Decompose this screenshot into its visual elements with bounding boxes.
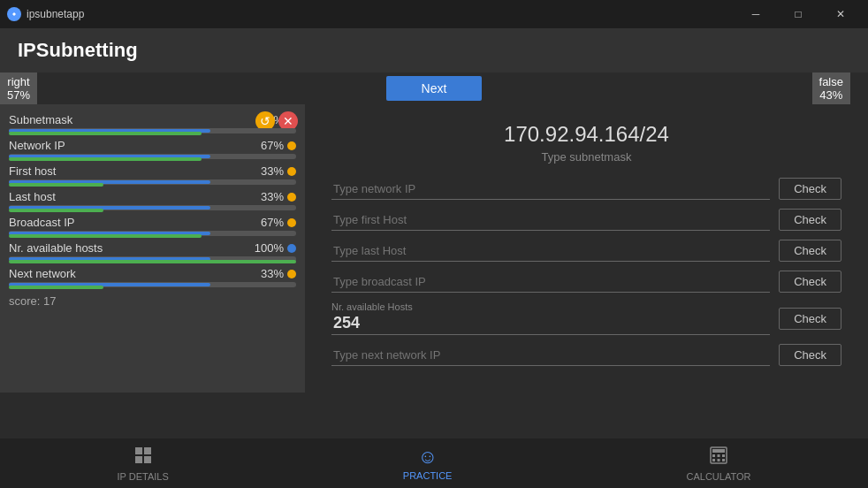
check-last-host-button[interactable]: Check — [779, 240, 841, 262]
check-broadcast-ip-button[interactable]: Check — [779, 271, 841, 293]
window-controls: ─ □ ✕ — [735, 0, 861, 28]
check-first-host-button[interactable]: Check — [779, 209, 841, 231]
stat-pct: 67% — [261, 139, 284, 152]
progress-bar-green — [9, 157, 202, 161]
score-display: score: 17 — [9, 294, 296, 308]
stat-item: Nr. available hosts 100% — [9, 241, 296, 262]
progress-bar — [9, 231, 296, 236]
next-network-input[interactable] — [331, 345, 770, 366]
available-hosts-label: Nr. available Hosts — [331, 301, 770, 312]
field-row-last-host: Check — [331, 240, 841, 262]
progress-bar — [9, 128, 296, 133]
stat-header: Network IP 67% — [9, 139, 296, 152]
broadcast-ip-input[interactable] — [331, 271, 770, 293]
title-bar-left: ipsubnetapp — [7, 7, 84, 21]
maximize-button[interactable]: □ — [778, 0, 819, 28]
nav-item-practice[interactable]: ☺ PRACTICE — [403, 446, 453, 481]
first-host-input[interactable] — [331, 210, 770, 231]
practice-icon: ☺ — [417, 446, 437, 469]
check-available-hosts-button[interactable]: Check — [779, 308, 841, 330]
progress-bar — [9, 256, 296, 262]
score-right: false 43% — [812, 72, 850, 104]
field-row-next-network: Check — [331, 344, 841, 366]
stat-pct: 33% — [261, 164, 284, 178]
stat-pct: 33% — [261, 267, 284, 280]
stat-pct: 100% — [255, 241, 284, 255]
svg-rect-7 — [712, 454, 715, 457]
field-row-broadcast-ip: Check — [331, 271, 841, 293]
last-host-input[interactable] — [331, 240, 770, 262]
stat-name: First host — [9, 164, 56, 178]
progress-bar — [9, 179, 296, 185]
app-title: IPSubnetting — [18, 39, 138, 62]
stat-name: Broadcast IP — [9, 216, 74, 229]
stat-pct: 33% — [261, 190, 284, 203]
progress-bar-green — [9, 209, 103, 212]
ip-subtitle: Type subnetmask — [331, 150, 841, 164]
network-ip-input[interactable] — [331, 179, 770, 200]
stat-indicator-icon — [287, 141, 296, 150]
ip-details-icon — [133, 446, 153, 469]
check-network-ip-button[interactable]: Check — [779, 178, 841, 200]
stat-name: Last host — [9, 190, 56, 203]
svg-rect-4 — [144, 456, 151, 463]
stat-name: Next network — [9, 267, 76, 280]
score-left-label: right — [7, 75, 29, 88]
stat-item: Last host 33% — [9, 190, 296, 210]
stat-header: Nr. available hosts 100% — [9, 241, 296, 255]
stat-name: Nr. available hosts — [9, 241, 103, 255]
stat-name: Network IP — [9, 139, 65, 152]
stat-indicator-icon — [287, 167, 296, 176]
title-bar: ipsubnetapp ─ □ ✕ — [0, 0, 868, 28]
progress-bar-green — [9, 132, 202, 135]
svg-rect-3 — [135, 456, 142, 463]
progress-bar — [9, 282, 296, 287]
svg-rect-11 — [717, 459, 720, 461]
next-button[interactable]: Next — [386, 76, 483, 101]
nav-item-ip-details[interactable]: IP DETAILS — [118, 446, 169, 482]
close-button[interactable]: ✕ — [820, 0, 861, 28]
practice-panel: 170.92.94.164/24 Type subnetmask Check C… — [305, 104, 868, 393]
next-bar: right 57% Next false 43% — [0, 72, 868, 104]
progress-bar-green — [9, 183, 103, 187]
score-right-label: false — [819, 75, 843, 88]
stat-header: Subnetmask 67% — [9, 113, 296, 126]
stat-indicator-icon — [287, 193, 296, 202]
stat-pct: 67% — [261, 216, 284, 229]
app-name: ipsubnetapp — [27, 8, 84, 20]
svg-rect-12 — [722, 459, 725, 461]
field-row-available-hosts: Nr. available Hosts 254 Check — [331, 301, 841, 335]
svg-rect-6 — [712, 449, 725, 453]
nav-label-ip-details: IP DETAILS — [118, 471, 169, 482]
stat-header: First host 33% — [9, 164, 296, 178]
content-area: ↺ ✕ Subnetmask 67% Network IP — [0, 104, 868, 393]
stat-item: First host 33% — [9, 164, 296, 185]
stat-indicator-icon — [287, 270, 296, 278]
stats-list: Subnetmask 67% Network IP 67% — [9, 113, 296, 287]
nav-item-calculator[interactable]: CALCULATOR — [687, 446, 751, 482]
score-left: right 57% — [0, 72, 37, 104]
bottom-nav: IP DETAILS ☺ PRACTICE CALCULATOR — [0, 438, 868, 488]
stat-indicator-icon — [287, 244, 296, 253]
app-header: IPSubnetting — [0, 28, 868, 72]
stat-item: Subnetmask 67% — [9, 113, 296, 133]
svg-rect-1 — [135, 447, 142, 454]
progress-bar — [9, 205, 296, 210]
stat-item: Broadcast IP 67% — [9, 216, 296, 236]
nav-label-calculator: CALCULATOR — [687, 471, 751, 482]
svg-rect-8 — [717, 454, 720, 457]
stat-indicator-icon — [287, 218, 296, 227]
score-right-pct: 43% — [819, 88, 842, 102]
stat-header: Broadcast IP 67% — [9, 216, 296, 229]
available-hosts-value: 254 — [331, 312, 770, 335]
progress-bar-green — [9, 260, 296, 263]
svg-rect-2 — [144, 447, 151, 454]
minimize-button[interactable]: ─ — [735, 0, 776, 28]
ip-address: 170.92.94.164/24 — [331, 122, 841, 147]
svg-rect-9 — [722, 454, 725, 457]
stat-header: Last host 33% — [9, 190, 296, 203]
field-row-network-ip: Check — [331, 178, 841, 200]
field-row-first-host: Check — [331, 209, 841, 231]
stat-item: Network IP 67% — [9, 139, 296, 159]
check-next-network-button[interactable]: Check — [779, 344, 841, 366]
